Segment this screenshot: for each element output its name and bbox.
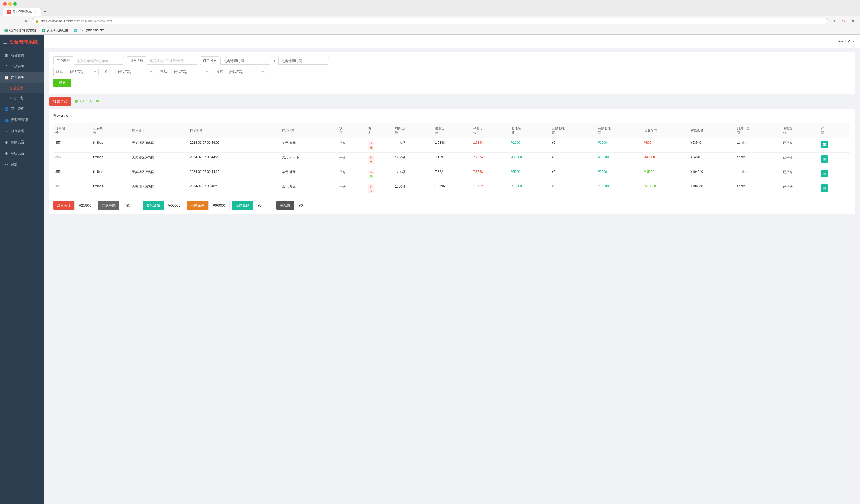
search-area: 订单编号 用户名称 订单时间 至 — [49, 52, 855, 94]
stat-value-valid_amount: ¥66000 — [208, 201, 230, 210]
app-container: ☰ 后台管理系统 ⊞ 后台首页 ₿ 产品管理 › 📋 订单管理 › 交易流水 — [0, 35, 860, 504]
date-from-input[interactable] — [220, 57, 271, 64]
sidebar-item-agent[interactable]: 👥 代理商管理 › — [0, 114, 44, 126]
cell-order-time-2: 2024-02-07 00:44:15 — [188, 167, 280, 182]
cell-invalid-entrust-2: ¥0 — [550, 167, 596, 182]
stat-value-invalid_amount: ¥0 — [253, 201, 274, 210]
table-section: 交易记录 订单编号 交易账号 用户姓名 订单时间 产品信息 状态 方向 — [49, 109, 855, 214]
user-name-label: 用户名称 — [127, 56, 146, 65]
fullscreen-window-button[interactable] — [13, 2, 17, 5]
detail-button-1[interactable]: ⊞ — [821, 155, 828, 163]
cell-entrust-1: ¥50000 — [509, 153, 550, 167]
col-username: 用户姓名 — [130, 124, 188, 138]
active-tab[interactable]: APEX 后台管理系统 × — [3, 8, 41, 16]
sidebar-item-system[interactable]: ⚙ 系统设置 › — [0, 148, 44, 159]
cell-status-3: 平仓 — [337, 182, 366, 196]
sidebar-item-trade-flow-label: 交易流水 — [10, 86, 23, 90]
cell-detail-1: ⊞ — [819, 153, 850, 167]
sidebar-toggle-icon[interactable]: ☰ — [3, 40, 7, 45]
order-icon: 📋 — [4, 75, 9, 80]
product-select-wrapper: 默认不选 ▼ — [171, 68, 210, 76]
close-tab-button[interactable]: × — [33, 10, 37, 14]
col-order-time: 订单时间 — [188, 124, 280, 138]
search-button[interactable]: 搜索 — [53, 79, 71, 87]
today-default-button[interactable]: 默认为当天订单 — [74, 97, 100, 106]
sidebar-item-report-label: 报表管理 — [11, 129, 24, 133]
cell-valid-entrust-1: ¥50000 — [596, 153, 642, 167]
cell-direction-3: 买 涨 — [366, 182, 393, 196]
close-window-button[interactable] — [3, 2, 6, 5]
bookmarks-bar: ⚡ 程序搭建/开发/修复 ● 认准->天美社区 ● TG：@tianmeibbs — [0, 27, 860, 34]
table-row: 355 timibbs 天美社区源码网 2024-02-07 00:44:15 … — [53, 167, 850, 182]
cell-username-2: 天美社区源码网 — [130, 167, 188, 182]
cell-time-points-3: 1200秒 — [393, 182, 433, 196]
user-name-input[interactable] — [147, 57, 197, 64]
cell-time-points-1: 1200秒 — [393, 153, 433, 167]
product-select[interactable]: 默认不选 — [171, 68, 210, 76]
cell-agent-0: admin — [735, 138, 781, 153]
direction-trend-badge-1: 涨 — [368, 160, 374, 164]
cell-product-1: 美元/人民币 — [280, 153, 337, 167]
cell-balance-after-0: ¥53540 — [689, 138, 735, 153]
cell-status-2: 平仓 — [337, 167, 366, 182]
sidebar-item-close-log[interactable]: 平仓日志 — [0, 93, 44, 103]
sidebar-item-params[interactable]: ⚙ 参数设置 › — [0, 137, 44, 148]
cell-trade-account-2: timibbs — [91, 167, 130, 182]
order-no-input[interactable] — [74, 57, 124, 64]
detail-button-2[interactable]: ⊞ — [821, 170, 828, 177]
user-name-field: 用户名称 — [127, 56, 197, 65]
sidebar-item-close-log-label: 平仓日志 — [10, 96, 23, 100]
reload-button[interactable]: ↻ — [22, 17, 30, 25]
sidebar-item-product-label: 产品管理 — [11, 64, 24, 69]
col-valid-entrust: 有效委托额 — [596, 124, 642, 138]
cell-time-points-2: 1200秒 — [393, 167, 433, 182]
cell-control-2: 已平仓 — [781, 167, 819, 182]
table-row: 354 timibbs 天美社区源码网 2024-02-07 00:40:45 … — [53, 182, 850, 196]
cell-order-no-2: 355 — [53, 167, 91, 182]
share-button[interactable]: ⇧ — [830, 17, 838, 25]
new-tab-button[interactable]: + — [42, 9, 48, 15]
detail-button-0[interactable]: ⊞ — [821, 141, 828, 148]
profit-loss-select[interactable]: 默认不选 — [115, 68, 155, 76]
url-display: https://weipan102.timibbs.vip/admin/orde… — [41, 19, 112, 23]
sidebar-item-product[interactable]: ₿ 产品管理 › — [0, 61, 44, 72]
sidebar-item-home[interactable]: ⊞ 后台首页 — [0, 50, 44, 61]
cell-entrust-0: ¥1000 — [509, 138, 550, 153]
table-row: 356 timibbs 天美社区源码网 2024-02-07 00:44:26 … — [53, 153, 850, 167]
cell-valid-entrust-3: ¥10000 — [596, 182, 642, 196]
browser-menu-button[interactable]: ≡ — [849, 17, 857, 25]
url-bar[interactable]: 🔒 https://weipan102.timibbs.vip/admin/or… — [32, 18, 828, 24]
cell-trade-account-0: timibbs — [91, 138, 130, 153]
rise-fall-select[interactable]: 默认不选 — [67, 68, 99, 76]
sidebar-item-report[interactable]: ¥ 报表管理 › — [0, 126, 44, 137]
search-row-1: 订单编号 用户名称 订单时间 至 — [53, 56, 850, 65]
col-trade-account: 交易账号 — [91, 124, 130, 138]
bookmark-item-1[interactable]: ⚡ 程序搭建/开发/修复 — [3, 28, 37, 33]
col-actual-profit: 实际盈亏 — [642, 124, 689, 138]
stat-value-trade_count: 4笔 — [119, 201, 140, 210]
date-to-input[interactable] — [278, 57, 329, 64]
user-info[interactable]: timibbs1 ▼ — [838, 39, 855, 43]
cell-direction-2: 买 跌 — [366, 167, 393, 182]
params-icon: ⚙ — [4, 140, 9, 144]
status-select[interactable]: 默认不选 — [227, 68, 266, 76]
search-all-button[interactable]: 搜索全部 — [49, 97, 71, 106]
cell-control-1: 已平仓 — [781, 153, 819, 167]
cell-balance-after-2: ¥104540 — [689, 167, 735, 182]
sidebar-item-trade-flow[interactable]: 交易流水 — [0, 83, 44, 93]
sidebar-item-logout[interactable]: ↩ 退出 — [0, 159, 44, 170]
minimize-window-button[interactable] — [8, 2, 12, 5]
bookmark-item-3[interactable]: ● TG：@tianmeibbs — [73, 28, 106, 33]
stat-item-profit_loss: 盈亏统计 ¥25800 — [53, 201, 96, 210]
detail-button-3[interactable]: ⊞ — [821, 184, 828, 192]
cell-close-price-0: 1.5354 — [471, 138, 509, 153]
bookmark-item-2[interactable]: ● 认准->天美社区 — [41, 28, 69, 33]
cell-product-2: 美元/港元 — [280, 167, 337, 182]
params-arrow-icon: › — [39, 141, 40, 144]
back-button[interactable]: ← — [3, 17, 11, 25]
sidebar-item-user[interactable]: 👤 用户管理 › — [0, 103, 44, 114]
sidebar-item-order[interactable]: 📋 订单管理 › — [0, 72, 44, 83]
sidebar-item-user-label: 用户管理 — [11, 106, 24, 111]
forward-button[interactable]: → — [13, 17, 20, 25]
firefox-shield-icon[interactable]: 🛡 — [840, 17, 847, 25]
